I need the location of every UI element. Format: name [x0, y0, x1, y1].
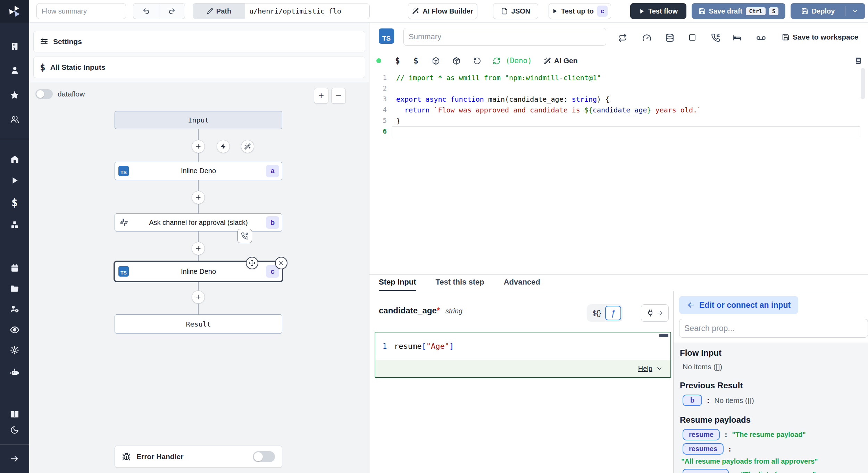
- sidebar-item-users[interactable]: [0, 112, 29, 127]
- edit-or-connect-back-button[interactable]: Edit or connect an input: [679, 296, 798, 314]
- reload-runtime-button[interactable]: [487, 57, 506, 65]
- zoom-in-button[interactable]: +: [314, 88, 328, 104]
- ai-flow-builder-button[interactable]: AI Flow Builder: [408, 3, 477, 19]
- path-input[interactable]: [245, 3, 369, 19]
- code-editor[interactable]: 1 2 3 4 5 6 // import * as wmill from "n…: [369, 68, 868, 274]
- expression-editor[interactable]: 1 resume["Age"] Help: [375, 332, 671, 378]
- flow-node-step-a[interactable]: TS Inline Deno a: [115, 162, 282, 180]
- sidebar-item-runs[interactable]: [0, 173, 29, 188]
- flow-node-result[interactable]: Result: [115, 314, 282, 333]
- resume-item: resume : "The resume payload": [683, 429, 868, 440]
- step-a-id-badge: a: [266, 165, 279, 177]
- cache-button[interactable]: [665, 33, 674, 42]
- sidebar-item-docs[interactable]: [0, 407, 29, 422]
- prop-pill-b[interactable]: b: [683, 395, 702, 406]
- line-number-2: 2: [369, 84, 387, 92]
- square-icon: [688, 33, 696, 42]
- sidebar-item-groups[interactable]: [0, 301, 29, 316]
- flow-node-input[interactable]: Input: [115, 111, 282, 129]
- resource-picker-button[interactable]: $: [406, 56, 426, 65]
- flow-summary-input[interactable]: [36, 3, 126, 19]
- sidebar-item-ai-assistant[interactable]: [0, 364, 29, 379]
- tab-test-this-step[interactable]: Test this step: [436, 274, 484, 291]
- insert-step-button-3[interactable]: [192, 242, 205, 255]
- variable-picker-button[interactable]: $: [389, 56, 406, 65]
- sidebar-item-workers[interactable]: [0, 343, 29, 358]
- move-node-handle[interactable]: [246, 257, 258, 269]
- sidebar-item-schedules[interactable]: [0, 260, 29, 276]
- prop-pill-approvers[interactable]: approvers: [683, 469, 729, 473]
- mock-button[interactable]: [688, 33, 696, 42]
- sidebar-item-favorites[interactable]: [0, 87, 29, 103]
- windmill-logo-icon: [8, 5, 21, 18]
- package-button[interactable]: [426, 57, 446, 65]
- reset-code-button[interactable]: [467, 57, 487, 65]
- sidebar-item-variables[interactable]: $: [0, 195, 29, 210]
- undo-button[interactable]: [133, 3, 159, 19]
- early-stop-button[interactable]: [642, 33, 651, 42]
- folder-icon: [10, 284, 19, 294]
- insert-step-button-2[interactable]: [192, 191, 205, 204]
- sleep-button[interactable]: [733, 33, 742, 42]
- path-label: Path: [193, 3, 245, 19]
- plus-icon: [195, 143, 202, 150]
- insert-step-button-4[interactable]: [192, 290, 205, 304]
- prop-pill-resume[interactable]: resume: [683, 429, 720, 440]
- test-up-to-button[interactable]: Test up to c: [549, 3, 611, 19]
- redo-icon: [168, 7, 176, 15]
- rail-divider-top: [0, 139, 29, 139]
- test-flow-button[interactable]: Test flow: [630, 3, 686, 19]
- zoom-out-button[interactable]: −: [331, 88, 346, 104]
- dataflow-toggle[interactable]: [35, 89, 53, 99]
- sidebar-item-theme[interactable]: [0, 422, 29, 438]
- field-type: string: [445, 307, 462, 315]
- deploy-button[interactable]: Deploy: [791, 7, 845, 15]
- error-handler-toggle[interactable]: [253, 451, 275, 462]
- tab-step-input[interactable]: Step Input: [379, 274, 416, 291]
- sidebar-expand-button[interactable]: [0, 451, 29, 466]
- dollar-icon: $: [11, 196, 18, 209]
- flow-node-step-b[interactable]: Ask channel for approval (slack) b: [115, 213, 282, 231]
- shared-directory-button[interactable]: [756, 33, 766, 43]
- library-button[interactable]: [854, 57, 862, 65]
- chevron-down-icon[interactable]: [656, 365, 663, 372]
- typescript-badge: TS: [118, 266, 129, 277]
- suspend-button[interactable]: [711, 33, 720, 42]
- expression-code-row[interactable]: 1 resume["Age"]: [375, 332, 670, 360]
- insert-step-button[interactable]: [192, 140, 205, 153]
- save-draft-button[interactable]: Save draft Ctrl S: [692, 3, 785, 19]
- insert-ai-step-button[interactable]: [241, 140, 254, 153]
- sidebar-item-audit-logs[interactable]: [0, 322, 29, 337]
- search-prop-input[interactable]: [679, 319, 868, 338]
- runtime-label[interactable]: (Deno): [506, 57, 532, 65]
- connect-input-button[interactable]: [641, 304, 669, 322]
- windmill-logo[interactable]: [0, 0, 29, 23]
- sidebar-item-user[interactable]: [0, 62, 29, 78]
- editor-scrollbar[interactable]: [861, 68, 865, 99]
- sidebar-item-home[interactable]: [0, 151, 29, 167]
- flow-graph-canvas[interactable]: dataflow + − Input TS: [29, 82, 369, 473]
- insert-trigger-button[interactable]: [217, 140, 230, 153]
- flow-settings-button[interactable]: Settings: [33, 31, 365, 52]
- refresh-icon: [493, 57, 501, 65]
- package-open-button[interactable]: [446, 57, 467, 65]
- sidebar-item-resources[interactable]: [0, 217, 29, 233]
- template-mode-button[interactable]: ${}: [589, 309, 605, 317]
- ai-gen-button[interactable]: AI Gen: [544, 57, 578, 65]
- save-to-workspace-button[interactable]: Save to workspace: [782, 33, 858, 41]
- retries-button[interactable]: [618, 33, 627, 42]
- sidebar-item-folders[interactable]: [0, 281, 29, 296]
- expression-help-row: Help: [375, 360, 670, 377]
- help-link[interactable]: Help: [638, 365, 652, 373]
- expression-mode-button[interactable]: ƒ: [605, 306, 621, 320]
- deploy-dropdown-button[interactable]: [845, 8, 865, 15]
- delete-node-button[interactable]: [275, 257, 287, 269]
- previous-result-title: Previous Result: [680, 381, 868, 390]
- redo-button[interactable]: [159, 3, 185, 19]
- all-static-inputs-button[interactable]: $ All Static Inputs: [33, 57, 365, 78]
- tab-advanced[interactable]: Advanced: [504, 274, 540, 291]
- sidebar-item-workspace[interactable]: [0, 39, 29, 54]
- step-summary-input[interactable]: [403, 28, 606, 46]
- json-button[interactable]: JSON: [493, 3, 538, 19]
- prop-pill-resumes[interactable]: resumes: [683, 443, 724, 455]
